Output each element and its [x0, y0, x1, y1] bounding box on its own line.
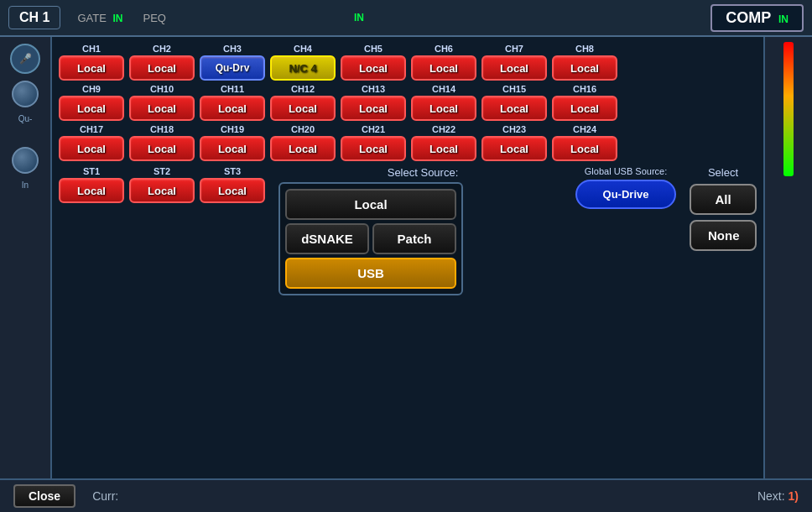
ch-block-ch5: CH5Local [341, 44, 406, 81]
ch-label: CH1 [82, 44, 101, 54]
right-sidebar [763, 37, 812, 478]
ch1-label: CH 1 [8, 6, 60, 29]
ch-label: CH9 [82, 84, 101, 94]
ch-button[interactable]: Qu-Drv [200, 55, 265, 81]
ch-button[interactable]: Local [411, 55, 476, 81]
ch-button[interactable]: Local [341, 96, 406, 121]
ch-block-ch22: CH22Local [411, 124, 476, 161]
ch-block-ch9: CH9Local [59, 84, 124, 121]
ch-button[interactable]: Local [200, 178, 265, 203]
ch-label: CH10 [150, 84, 174, 94]
ch-label: CH21 [362, 124, 385, 134]
channel-row-1: CH1LocalCH2LocalCH3Qu-DrvCH4N/C 4CH5Loca… [59, 44, 757, 81]
knob-1[interactable] [12, 81, 39, 107]
ch-block-ch14: CH14Local [411, 84, 476, 121]
ch-button[interactable]: Local [481, 55, 547, 81]
knob-2[interactable] [12, 147, 39, 174]
comp-label: COMP IN [710, 4, 804, 32]
ch-block-ch2: CH2Local [129, 44, 195, 81]
ch-button[interactable]: Local [552, 96, 617, 121]
ch-button[interactable]: Local [270, 96, 336, 121]
channel-row-3: CH17LocalCH18LocalCH19LocalCH20LocalCH21… [59, 124, 757, 161]
select-none-btn[interactable]: None [690, 220, 757, 251]
curr-label: Curr: [92, 489, 118, 503]
ch-block-ch3: CH3Qu-Drv [200, 44, 265, 81]
gate-label: GATE IN [77, 12, 122, 24]
ch-block-ch15: CH15Local [481, 84, 547, 121]
next-value: 1) [789, 489, 799, 503]
in-sidebar-label: In [22, 180, 29, 190]
close-button[interactable]: Close [13, 484, 75, 508]
left-sidebar: 🎤 Qu- In [0, 37, 52, 478]
ch-button[interactable]: Local [129, 96, 195, 121]
ch-block-ch23: CH23Local [481, 124, 547, 161]
ch-block-st1: ST1Local [59, 166, 124, 203]
top-bar: CH 1 GATE IN PEQ IN COMP IN [0, 0, 812, 37]
patch-source-btn[interactable]: Patch [372, 223, 456, 254]
ch-button[interactable]: Local [481, 136, 547, 161]
ch-button[interactable]: Local [341, 55, 406, 81]
ch-label: CH2 [153, 44, 171, 54]
main-area: 🎤 Qu- In CH1LocalCH2LocalCH3Qu-DrvCH4N/C… [0, 37, 812, 478]
ch-label: ST1 [83, 166, 100, 176]
mic-icon: 🎤 [10, 44, 40, 74]
ch-label: CH8 [575, 44, 594, 54]
ch-label: CH11 [221, 84, 244, 94]
ch-button[interactable]: Local [552, 55, 617, 81]
ch-button[interactable]: Local [411, 96, 476, 121]
ch-button[interactable]: Local [129, 55, 195, 81]
source-panel: Select Source: Local dSNAKE Patch USB [278, 166, 567, 295]
ch-button[interactable]: Local [59, 178, 124, 203]
ch-label: CH24 [573, 124, 596, 134]
ch-block-ch20: CH20Local [270, 124, 336, 161]
select-all-btn[interactable]: All [690, 184, 757, 215]
ch-button[interactable]: Local [552, 136, 617, 161]
ch-button[interactable]: Local [341, 136, 406, 161]
ch-label: CH22 [432, 124, 455, 134]
ch-button[interactable]: Local [481, 96, 547, 121]
next-section: Next: 1) [757, 489, 799, 503]
ch-label: CH4 [294, 44, 312, 54]
select-title: Select [708, 166, 738, 179]
ch-block-ch1: CH1Local [59, 44, 124, 81]
source-panel-title: Select Source: [278, 166, 567, 179]
ch-label: CH15 [502, 84, 526, 94]
ch-button[interactable]: Local [129, 136, 195, 161]
ch-block-ch21: CH21Local [341, 124, 406, 161]
in-label: IN [354, 12, 364, 24]
qu-label: Qu- [18, 114, 33, 123]
bottom-section: ST1LocalST2LocalST3Local Select Source: … [59, 166, 757, 295]
ch-button[interactable]: Local [59, 136, 124, 161]
ch-button[interactable]: Local [270, 136, 336, 161]
ch-button[interactable]: Local [59, 55, 124, 81]
ch-label: CH5 [364, 44, 383, 54]
dsnake-source-btn[interactable]: dSNAKE [285, 223, 369, 254]
ch-block-ch7: CH7Local [481, 44, 547, 81]
global-usb-label: Global USB Source: [585, 166, 667, 176]
ch-block-ch13: CH13Local [341, 84, 406, 121]
source-grid: Local dSNAKE Patch USB [278, 182, 463, 295]
ch-button[interactable]: Local [129, 178, 195, 203]
channel-row-2: CH9LocalCH10LocalCH11LocalCH12LocalCH13L… [59, 84, 757, 121]
ch-label: CH20 [291, 124, 315, 134]
ch-label: CH13 [362, 84, 385, 94]
ch-block-ch18: CH18Local [129, 124, 195, 161]
ch-label: CH3 [223, 44, 242, 54]
ch-block-ch6: CH6Local [411, 44, 476, 81]
usb-source-btn[interactable]: USB [285, 258, 456, 289]
ch-button[interactable]: Local [200, 96, 265, 121]
ch-block-ch8: CH8Local [552, 44, 617, 81]
ch-button[interactable]: Local [59, 96, 124, 121]
select-panel: Select All None [690, 166, 757, 251]
ch-label: ST3 [224, 166, 241, 176]
ch-button[interactable]: N/C 4 [270, 55, 336, 81]
qu-drive-btn[interactable]: Qu-Drive [575, 180, 676, 209]
ch-block-ch12: CH12Local [270, 84, 336, 121]
local-source-btn[interactable]: Local [285, 189, 456, 220]
global-usb-panel: Global USB Source: Qu-Drive [575, 166, 676, 209]
ch-button[interactable]: Local [200, 136, 265, 161]
channel-area: CH1LocalCH2LocalCH3Qu-DrvCH4N/C 4CH5Loca… [52, 37, 763, 478]
ch-button[interactable]: Local [411, 136, 476, 161]
ch-label: CH18 [150, 124, 174, 134]
ch-label: CH7 [505, 44, 523, 54]
